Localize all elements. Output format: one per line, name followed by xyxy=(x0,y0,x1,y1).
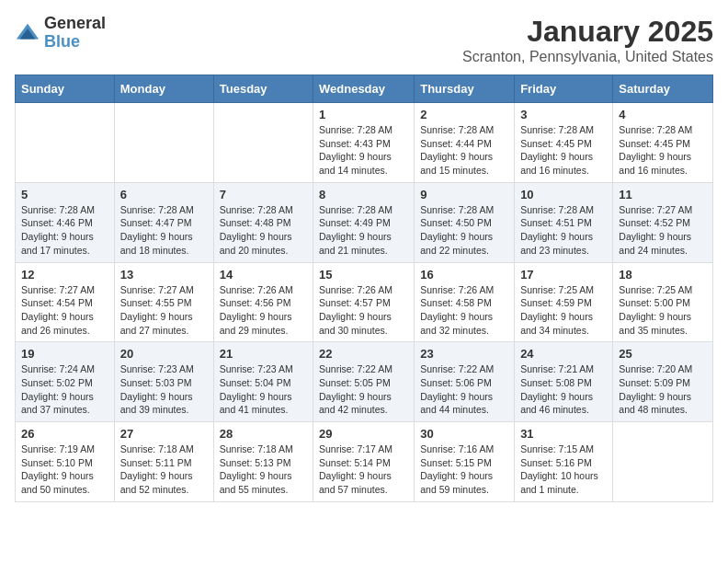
day-info: Sunrise: 7:28 AM Sunset: 4:44 PM Dayligh… xyxy=(420,123,508,178)
day-number: 28 xyxy=(220,427,307,441)
day-info: Sunrise: 7:27 AM Sunset: 4:52 PM Dayligh… xyxy=(619,203,707,258)
day-info: Sunrise: 7:16 AM Sunset: 5:15 PM Dayligh… xyxy=(420,442,508,497)
day-info: Sunrise: 7:24 AM Sunset: 5:02 PM Dayligh… xyxy=(21,362,108,417)
day-cell: 29Sunrise: 7:17 AM Sunset: 5:14 PM Dayli… xyxy=(313,422,415,502)
day-info: Sunrise: 7:28 AM Sunset: 4:49 PM Dayligh… xyxy=(319,203,408,258)
day-info: Sunrise: 7:20 AM Sunset: 5:09 PM Dayligh… xyxy=(619,362,707,417)
day-info: Sunrise: 7:26 AM Sunset: 4:56 PM Dayligh… xyxy=(220,283,307,338)
day-cell: 6Sunrise: 7:28 AM Sunset: 4:47 PM Daylig… xyxy=(114,182,213,262)
day-cell: 17Sunrise: 7:25 AM Sunset: 4:59 PM Dayli… xyxy=(515,262,613,342)
day-info: Sunrise: 7:27 AM Sunset: 4:54 PM Dayligh… xyxy=(21,283,108,338)
day-cell: 2Sunrise: 7:28 AM Sunset: 4:44 PM Daylig… xyxy=(415,103,515,183)
day-cell: 5Sunrise: 7:28 AM Sunset: 4:46 PM Daylig… xyxy=(16,182,115,262)
day-info: Sunrise: 7:18 AM Sunset: 5:13 PM Dayligh… xyxy=(220,442,307,497)
day-info: Sunrise: 7:26 AM Sunset: 4:58 PM Dayligh… xyxy=(420,283,508,338)
day-number: 13 xyxy=(120,268,208,282)
day-cell: 18Sunrise: 7:25 AM Sunset: 5:00 PM Dayli… xyxy=(613,262,713,342)
day-number: 19 xyxy=(21,347,108,361)
day-cell: 12Sunrise: 7:27 AM Sunset: 4:54 PM Dayli… xyxy=(16,262,115,342)
day-info: Sunrise: 7:28 AM Sunset: 4:43 PM Dayligh… xyxy=(319,123,408,178)
calendar-header: SundayMondayTuesdayWednesdayThursdayFrid… xyxy=(16,75,713,103)
day-info: Sunrise: 7:28 AM Sunset: 4:48 PM Dayligh… xyxy=(220,203,307,258)
title-block: January 2025 Scranton, Pennsylvania, Uni… xyxy=(462,15,713,65)
day-info: Sunrise: 7:25 AM Sunset: 5:00 PM Dayligh… xyxy=(619,283,707,338)
day-cell: 22Sunrise: 7:22 AM Sunset: 5:05 PM Dayli… xyxy=(313,342,415,422)
week-row-4: 19Sunrise: 7:24 AM Sunset: 5:02 PM Dayli… xyxy=(16,342,713,422)
day-info: Sunrise: 7:28 AM Sunset: 4:45 PM Dayligh… xyxy=(520,123,607,178)
day-cell: 24Sunrise: 7:21 AM Sunset: 5:08 PM Dayli… xyxy=(515,342,613,422)
day-info: Sunrise: 7:28 AM Sunset: 4:45 PM Dayligh… xyxy=(619,123,707,178)
day-cell: 9Sunrise: 7:28 AM Sunset: 4:50 PM Daylig… xyxy=(415,182,515,262)
day-cell: 16Sunrise: 7:26 AM Sunset: 4:58 PM Dayli… xyxy=(415,262,515,342)
day-info: Sunrise: 7:17 AM Sunset: 5:14 PM Dayligh… xyxy=(319,442,408,497)
day-info: Sunrise: 7:22 AM Sunset: 5:05 PM Dayligh… xyxy=(319,362,408,417)
day-cell: 23Sunrise: 7:22 AM Sunset: 5:06 PM Dayli… xyxy=(415,342,515,422)
day-info: Sunrise: 7:22 AM Sunset: 5:06 PM Dayligh… xyxy=(420,362,508,417)
day-cell: 28Sunrise: 7:18 AM Sunset: 5:13 PM Dayli… xyxy=(213,422,313,502)
header-cell-thursday: Thursday xyxy=(415,75,515,103)
calendar-body: 1Sunrise: 7:28 AM Sunset: 4:43 PM Daylig… xyxy=(16,103,713,502)
day-number: 6 xyxy=(120,188,208,201)
day-number: 1 xyxy=(319,108,408,121)
day-info: Sunrise: 7:25 AM Sunset: 4:59 PM Dayligh… xyxy=(520,283,607,338)
day-info: Sunrise: 7:28 AM Sunset: 4:47 PM Dayligh… xyxy=(120,203,208,258)
day-info: Sunrise: 7:15 AM Sunset: 5:16 PM Dayligh… xyxy=(520,442,607,497)
day-number: 30 xyxy=(420,427,508,441)
day-cell: 13Sunrise: 7:27 AM Sunset: 4:55 PM Dayli… xyxy=(114,262,213,342)
week-row-5: 26Sunrise: 7:19 AM Sunset: 5:10 PM Dayli… xyxy=(16,422,713,502)
day-number: 16 xyxy=(420,268,508,282)
day-info: Sunrise: 7:23 AM Sunset: 5:03 PM Dayligh… xyxy=(120,362,208,417)
header-cell-sunday: Sunday xyxy=(16,75,115,103)
day-number: 5 xyxy=(21,188,108,201)
day-number: 31 xyxy=(520,427,607,441)
day-number: 8 xyxy=(319,188,408,201)
day-number: 4 xyxy=(619,108,707,121)
day-info: Sunrise: 7:23 AM Sunset: 5:04 PM Dayligh… xyxy=(220,362,307,417)
week-row-1: 1Sunrise: 7:28 AM Sunset: 4:43 PM Daylig… xyxy=(16,103,713,183)
day-number: 12 xyxy=(21,268,108,282)
day-cell: 1Sunrise: 7:28 AM Sunset: 4:43 PM Daylig… xyxy=(313,103,415,183)
day-cell: 31Sunrise: 7:15 AM Sunset: 5:16 PM Dayli… xyxy=(515,422,613,502)
day-number: 11 xyxy=(619,188,707,201)
day-cell: 25Sunrise: 7:20 AM Sunset: 5:09 PM Dayli… xyxy=(613,342,713,422)
day-cell: 11Sunrise: 7:27 AM Sunset: 4:52 PM Dayli… xyxy=(613,182,713,262)
week-row-2: 5Sunrise: 7:28 AM Sunset: 4:46 PM Daylig… xyxy=(16,182,713,262)
day-number: 17 xyxy=(520,268,607,282)
day-info: Sunrise: 7:26 AM Sunset: 4:57 PM Dayligh… xyxy=(319,283,408,338)
day-cell: 27Sunrise: 7:18 AM Sunset: 5:11 PM Dayli… xyxy=(114,422,213,502)
day-cell: 30Sunrise: 7:16 AM Sunset: 5:15 PM Dayli… xyxy=(415,422,515,502)
day-cell xyxy=(613,422,713,502)
day-cell: 8Sunrise: 7:28 AM Sunset: 4:49 PM Daylig… xyxy=(313,182,415,262)
day-number: 18 xyxy=(619,268,707,282)
day-cell: 26Sunrise: 7:19 AM Sunset: 5:10 PM Dayli… xyxy=(16,422,115,502)
day-cell: 19Sunrise: 7:24 AM Sunset: 5:02 PM Dayli… xyxy=(16,342,115,422)
day-info: Sunrise: 7:28 AM Sunset: 4:50 PM Dayligh… xyxy=(420,203,508,258)
day-cell: 10Sunrise: 7:28 AM Sunset: 4:51 PM Dayli… xyxy=(515,182,613,262)
calendar-subtitle: Scranton, Pennsylvania, United States xyxy=(462,49,713,65)
day-number: 10 xyxy=(520,188,607,201)
logo-general-text: General xyxy=(44,15,106,33)
header-cell-friday: Friday xyxy=(515,75,613,103)
day-info: Sunrise: 7:27 AM Sunset: 4:55 PM Dayligh… xyxy=(120,283,208,338)
day-cell: 20Sunrise: 7:23 AM Sunset: 5:03 PM Dayli… xyxy=(114,342,213,422)
day-cell xyxy=(114,103,213,183)
logo-text: General Blue xyxy=(44,15,106,52)
day-number: 25 xyxy=(619,347,707,361)
day-number: 27 xyxy=(120,427,208,441)
day-info: Sunrise: 7:19 AM Sunset: 5:10 PM Dayligh… xyxy=(21,442,108,497)
day-info: Sunrise: 7:28 AM Sunset: 4:51 PM Dayligh… xyxy=(520,203,607,258)
calendar-title: January 2025 xyxy=(462,15,713,49)
header-cell-saturday: Saturday xyxy=(613,75,713,103)
day-number: 21 xyxy=(220,347,307,361)
day-cell: 15Sunrise: 7:26 AM Sunset: 4:57 PM Dayli… xyxy=(313,262,415,342)
day-cell xyxy=(213,103,313,183)
day-cell: 14Sunrise: 7:26 AM Sunset: 4:56 PM Dayli… xyxy=(213,262,313,342)
page-header: General Blue January 2025 Scranton, Penn… xyxy=(15,15,713,65)
day-cell: 21Sunrise: 7:23 AM Sunset: 5:04 PM Dayli… xyxy=(213,342,313,422)
day-number: 9 xyxy=(420,188,508,201)
logo-icon xyxy=(15,20,40,46)
logo-blue-text: Blue xyxy=(44,33,106,52)
day-cell xyxy=(16,103,115,183)
header-cell-wednesday: Wednesday xyxy=(313,75,415,103)
day-number: 15 xyxy=(319,268,408,282)
